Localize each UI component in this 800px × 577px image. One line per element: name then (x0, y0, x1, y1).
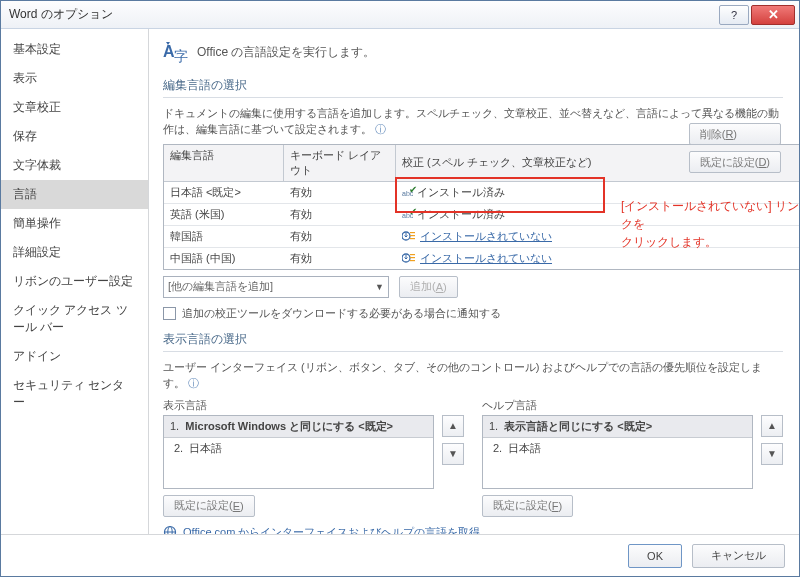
svg-rect-8 (410, 257, 415, 258)
options-dialog: Word のオプション ? ✕ 基本設定 表示 文章校正 保存 文字体裁 言語 … (0, 0, 800, 577)
sidebar-item-ease[interactable]: 簡単操作 (1, 209, 148, 238)
move-up-button[interactable]: ▲ (761, 415, 783, 437)
sidebar-item-advanced[interactable]: 詳細設定 (1, 238, 148, 267)
sidebar-item-trust[interactable]: セキュリティ センター (1, 371, 148, 417)
lang-row-zh[interactable]: 中国語 (中国) 有効 インストールされていない (164, 248, 799, 270)
not-installed-link-zh[interactable]: インストールされていない (420, 251, 552, 266)
set-default-edit-button[interactable]: 既定に設定(D) (689, 151, 781, 173)
display-lang-list[interactable]: 1. Microsoft Windows と同じにする <既定> 2. 日本語 (163, 415, 434, 489)
set-default-display-button[interactable]: 既定に設定(E) (163, 495, 255, 517)
info-icon[interactable]: ⓘ (188, 377, 199, 389)
cancel-button[interactable]: キャンセル (692, 544, 785, 568)
col-kb: キーボード レイアウト (284, 145, 396, 182)
section-edit-title: 編集言語の選択 (163, 77, 783, 98)
notify-download-label: 追加の校正ツールをダウンロードする必要がある場合に通知する (182, 306, 501, 321)
add-button[interactable]: 追加(A) (399, 276, 458, 298)
not-installed-link-ko[interactable]: インストールされていない (420, 229, 552, 244)
move-up-button[interactable]: ▲ (442, 415, 464, 437)
annotation-text: [インストールされていない] リンクをクリックします。 (621, 197, 799, 251)
remove-button[interactable]: 削除(R) (689, 123, 781, 145)
window-title: Word のオプション (9, 6, 113, 23)
chevron-down-icon: ▼ (375, 282, 384, 292)
category-sidebar: 基本設定 表示 文章校正 保存 文字体裁 言語 簡単操作 詳細設定 リボンのユー… (1, 29, 149, 534)
info-icon[interactable]: ⓘ (375, 123, 386, 135)
download-icon (402, 230, 416, 242)
add-language-combo[interactable]: [他の編集言語を追加] ▼ (163, 276, 389, 298)
svg-point-11 (168, 527, 172, 534)
sidebar-item-save[interactable]: 保存 (1, 122, 148, 151)
page-header: Office の言語設定を実行します。 (197, 44, 375, 61)
help-button[interactable]: ? (719, 5, 749, 25)
section-edit-desc: ドキュメントの編集に使用する言語を追加します。スペルチェック、文章校正、並べ替え… (163, 107, 779, 135)
help-lang-list[interactable]: 1. 表示言語と同じにする <既定> 2. 日本語 (482, 415, 753, 489)
svg-rect-9 (410, 260, 415, 261)
ok-button[interactable]: OK (628, 544, 682, 568)
content-pane: A字 Office の言語設定を実行します。 編集言語の選択 ドキュメントの編集… (149, 29, 799, 534)
globe-icon (163, 525, 177, 534)
dialog-footer: OK キャンセル (1, 534, 799, 576)
sidebar-item-language[interactable]: 言語 (1, 180, 148, 209)
svg-text:字: 字 (174, 48, 188, 64)
check-icon (402, 208, 413, 220)
section-display-title: 表示言語の選択 (163, 331, 783, 352)
help-lang-label: ヘルプ言語 (482, 398, 783, 413)
sidebar-item-typography[interactable]: 文字体裁 (1, 151, 148, 180)
sidebar-item-basic[interactable]: 基本設定 (1, 35, 148, 64)
col-lang: 編集言語 (164, 145, 284, 182)
set-default-help-button[interactable]: 既定に設定(F) (482, 495, 573, 517)
section-display-desc: ユーザー インターフェイス (リボン、ボタン、タブ、その他のコントロール) およ… (163, 361, 763, 389)
download-icon (402, 252, 416, 264)
sidebar-item-qat[interactable]: クイック アクセス ツール バー (1, 296, 148, 342)
title-bar: Word のオプション ? ✕ (1, 1, 799, 29)
language-icon: A字 (163, 39, 189, 65)
svg-rect-3 (410, 232, 415, 233)
svg-rect-4 (410, 235, 415, 236)
svg-rect-5 (410, 238, 415, 239)
sidebar-item-proofing[interactable]: 文章校正 (1, 93, 148, 122)
sidebar-item-addins[interactable]: アドイン (1, 342, 148, 371)
move-down-button[interactable]: ▼ (442, 443, 464, 465)
office-com-languages-link[interactable]: Office.com からインターフェイスおよびヘルプの言語を取得 (183, 525, 480, 534)
check-icon (402, 186, 413, 198)
sidebar-item-display[interactable]: 表示 (1, 64, 148, 93)
svg-rect-7 (410, 254, 415, 255)
notify-download-checkbox[interactable] (163, 307, 176, 320)
close-button[interactable]: ✕ (751, 5, 795, 25)
display-lang-label: 表示言語 (163, 398, 464, 413)
move-down-button[interactable]: ▼ (761, 443, 783, 465)
svg-point-10 (165, 527, 176, 534)
sidebar-item-ribbon[interactable]: リボンのユーザー設定 (1, 267, 148, 296)
